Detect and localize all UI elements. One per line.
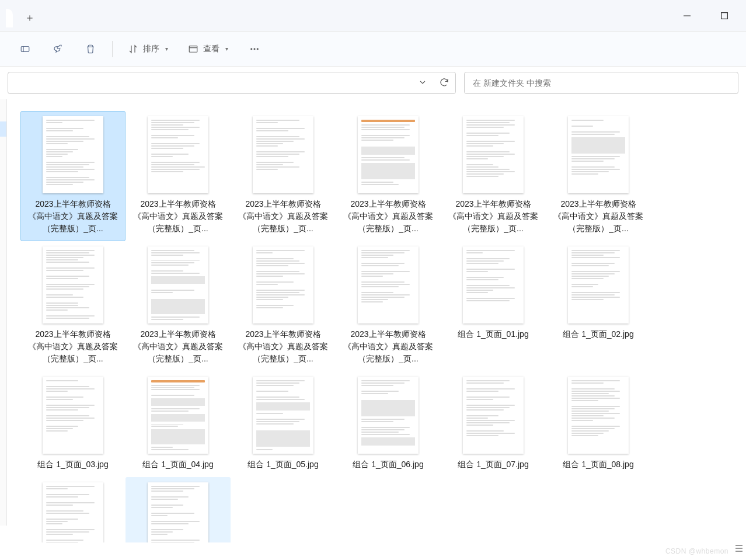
file-name-label: 2023上半年教师资格《高中语文》真题及答案（完整版）_页... xyxy=(341,198,435,235)
file-name-label: 2023上半年教师资格《高中语文》真题及答案（完整版）_页... xyxy=(446,198,541,235)
address-row xyxy=(0,67,746,99)
file-thumbnail xyxy=(43,482,103,542)
file-item[interactable]: 组合 1_页面_10.jpg xyxy=(126,477,231,542)
file-item[interactable]: 2023上半年教师资格《高中语文》真题及答案（完整版）_页... xyxy=(336,241,441,371)
rename-button[interactable] xyxy=(12,38,39,60)
search-input[interactable] xyxy=(464,72,738,94)
chevron-down-icon: ▾ xyxy=(165,46,168,52)
file-item[interactable]: 组合 1_页面_06.jpg xyxy=(336,371,441,477)
file-item[interactable]: 组合 1_页面_04.jpg xyxy=(126,371,231,477)
file-name-label: 组合 1_页面_06.jpg xyxy=(341,458,435,471)
file-name-label: 组合 1_页面_02.jpg xyxy=(551,328,646,340)
file-name-label: 2023上半年教师资格《高中语文》真题及答案（完整版）_页... xyxy=(26,198,120,235)
menu-hint-icon[interactable] xyxy=(733,542,745,554)
toolbar: 排序 ▾ 查看 ▾ xyxy=(0,32,746,67)
file-item[interactable]: 2023上半年教师资格《高中语文》真题及答案（完整版）_页... xyxy=(441,111,546,241)
refresh-button[interactable] xyxy=(439,77,449,89)
file-thumbnail xyxy=(358,116,419,193)
file-item[interactable]: 组合 1_页面_02.jpg xyxy=(546,241,651,371)
file-item[interactable]: 2023上半年教师资格《高中语文》真题及答案（完整版）_页... xyxy=(546,111,651,241)
file-name-label: 组合 1_页面_01.jpg xyxy=(446,328,541,340)
chevron-down-icon: ▾ xyxy=(225,46,228,52)
file-item[interactable]: 组合 1_页面_01.jpg xyxy=(441,241,546,371)
file-item[interactable]: 2023上半年教师资格《高中语文》真题及答案（完整版）_页... xyxy=(126,111,231,241)
tab-strip xyxy=(6,0,42,31)
svg-point-5 xyxy=(254,48,255,49)
file-item[interactable]: 组合 1_页面_08.jpg xyxy=(546,371,651,477)
title-bar xyxy=(0,0,746,32)
svg-rect-2 xyxy=(21,46,29,51)
file-name-label: 组合 1_页面_05.jpg xyxy=(236,458,330,471)
file-thumbnail xyxy=(463,246,524,324)
more-button[interactable] xyxy=(241,38,268,60)
file-grid[interactable]: 2023上半年教师资格《高中语文》真题及答案（完整版）_页...2023上半年教… xyxy=(12,99,741,542)
sort-button[interactable]: 排序 ▾ xyxy=(121,38,175,60)
window-controls xyxy=(674,6,738,25)
file-thumbnail xyxy=(148,246,208,324)
file-thumbnail xyxy=(358,377,419,454)
file-item[interactable]: 组合 1_页面_05.jpg xyxy=(231,371,336,477)
watermark: CSDN @whbemon xyxy=(665,547,728,555)
nav-pane-partial xyxy=(0,99,7,526)
file-item[interactable]: 2023上半年教师资格《高中语文》真题及答案（完整版）_页... xyxy=(20,241,126,371)
file-thumbnail xyxy=(148,377,208,454)
file-item[interactable]: 2023上半年教师资格《高中语文》真题及答案（完整版）_页... xyxy=(336,111,441,241)
minimize-button[interactable] xyxy=(674,6,700,25)
file-name-label: 2023上半年教师资格《高中语文》真题及答案（完整版）_页... xyxy=(236,198,330,235)
delete-button[interactable] xyxy=(77,38,104,60)
view-label: 查看 xyxy=(203,44,219,54)
file-item[interactable]: 组合 1_页面_07.jpg xyxy=(441,371,546,477)
file-thumbnail xyxy=(253,377,313,454)
file-thumbnail xyxy=(568,246,629,324)
share-button[interactable] xyxy=(44,38,71,60)
view-button[interactable]: 查看 ▾ xyxy=(181,38,235,60)
file-thumbnail xyxy=(568,377,629,454)
file-name-label: 2023上半年教师资格《高中语文》真题及答案（完整版）_页... xyxy=(551,198,646,235)
file-thumbnail xyxy=(253,116,313,193)
file-grid-viewport: 2023上半年教师资格《高中语文》真题及答案（完整版）_页...2023上半年教… xyxy=(12,99,741,542)
file-item[interactable]: 组合 1_页面_03.jpg xyxy=(20,371,126,477)
file-name-label: 2023上半年教师资格《高中语文》真题及答案（完整版）_页... xyxy=(26,328,120,365)
file-thumbnail xyxy=(148,116,208,193)
file-name-label: 2023上半年教师资格《高中语文》真题及答案（完整版）_页... xyxy=(236,328,330,365)
svg-point-6 xyxy=(257,48,258,49)
file-name-label: 组合 1_页面_04.jpg xyxy=(131,458,225,471)
sort-label: 排序 xyxy=(143,44,159,54)
file-thumbnail xyxy=(358,246,419,324)
nav-selected-indicator xyxy=(0,121,6,137)
svg-rect-3 xyxy=(189,46,197,52)
file-name-label: 组合 1_页面_03.jpg xyxy=(26,458,120,471)
toolbar-divider xyxy=(112,41,113,57)
file-thumbnail xyxy=(463,377,524,454)
file-name-label: 2023上半年教师资格《高中语文》真题及答案（完整版）_页... xyxy=(131,328,225,365)
file-name-label: 2023上半年教师资格《高中语文》真题及答案（完整版）_页... xyxy=(341,328,435,365)
file-thumbnail xyxy=(43,246,103,324)
file-name-label: 组合 1_页面_07.jpg xyxy=(446,458,541,471)
svg-rect-0 xyxy=(684,15,691,16)
file-item[interactable]: 组合 1_页面_09.jpg xyxy=(20,477,126,542)
svg-point-4 xyxy=(251,48,252,49)
file-thumbnail xyxy=(253,246,313,324)
file-thumbnail xyxy=(148,482,208,542)
new-tab-button[interactable] xyxy=(18,9,42,27)
file-name-label: 2023上半年教师资格《高中语文》真题及答案（完整版）_页... xyxy=(131,198,225,235)
file-item[interactable]: 2023上半年教师资格《高中语文》真题及答案（完整版）_页... xyxy=(126,241,231,371)
file-name-label: 组合 1_页面_08.jpg xyxy=(551,458,646,471)
file-item[interactable]: 2023上半年教师资格《高中语文》真题及答案（完整版）_页... xyxy=(231,241,336,371)
file-item[interactable]: 2023上半年教师资格《高中语文》真题及答案（完整版）_页... xyxy=(20,111,126,241)
address-bar[interactable] xyxy=(8,72,456,94)
active-tab-edge xyxy=(6,9,13,27)
file-thumbnail xyxy=(568,116,629,193)
svg-rect-1 xyxy=(721,12,728,19)
file-thumbnail xyxy=(43,377,103,454)
maximize-button[interactable] xyxy=(711,6,738,25)
address-history-dropdown[interactable] xyxy=(418,78,427,89)
file-thumbnail xyxy=(463,116,524,193)
file-item[interactable]: 2023上半年教师资格《高中语文》真题及答案（完整版）_页... xyxy=(231,111,336,241)
file-thumbnail xyxy=(43,116,103,193)
